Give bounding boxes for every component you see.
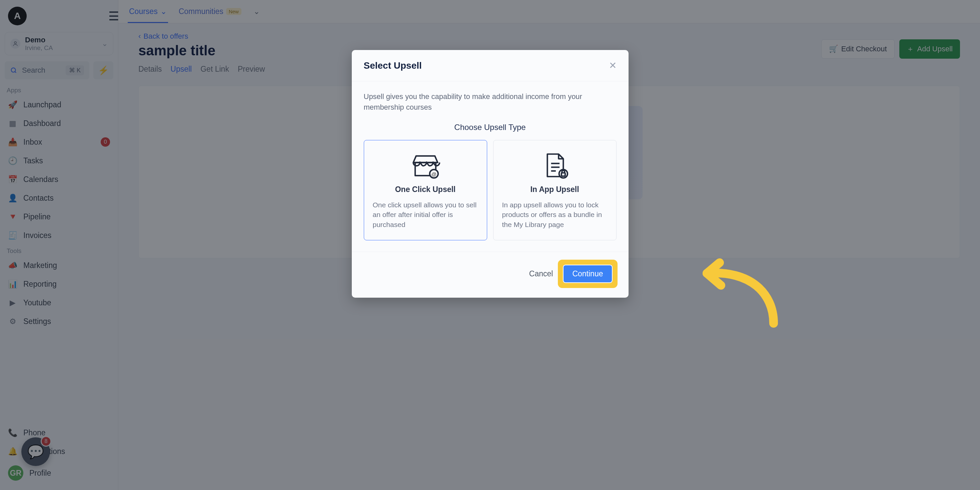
upsell-type-in-app[interactable]: In App Upsell In app upsell allows you t… bbox=[493, 140, 617, 240]
modal-subhead: Choose Upsell Type bbox=[364, 123, 617, 132]
upsell-type-one-click[interactable]: @ One Click Upsell One click upsell allo… bbox=[364, 140, 487, 240]
annotation-arrow bbox=[694, 253, 780, 330]
upsell-type-title: In App Upsell bbox=[502, 185, 608, 194]
close-button[interactable]: ✕ bbox=[609, 60, 617, 71]
close-icon: ✕ bbox=[609, 60, 617, 71]
upsell-type-desc: One click upsell allows you to sell an o… bbox=[373, 200, 478, 229]
upsell-type-title: One Click Upsell bbox=[373, 185, 478, 194]
modal-overlay[interactable]: Select Upsell ✕ Upsell gives you the cap… bbox=[0, 0, 980, 490]
document-lock-icon bbox=[540, 150, 570, 180]
svg-text:@: @ bbox=[431, 171, 436, 177]
modal-lede: Upsell gives you the capability to make … bbox=[364, 91, 617, 113]
storefront-icon: @ bbox=[410, 150, 441, 180]
continue-highlight: Continue bbox=[559, 261, 616, 287]
select-upsell-modal: Select Upsell ✕ Upsell gives you the cap… bbox=[352, 50, 628, 298]
upsell-type-desc: In app upsell allows you to lock product… bbox=[502, 200, 608, 229]
cancel-button[interactable]: Cancel bbox=[529, 269, 553, 278]
continue-button[interactable]: Continue bbox=[563, 265, 612, 283]
modal-title: Select Upsell bbox=[364, 60, 422, 71]
